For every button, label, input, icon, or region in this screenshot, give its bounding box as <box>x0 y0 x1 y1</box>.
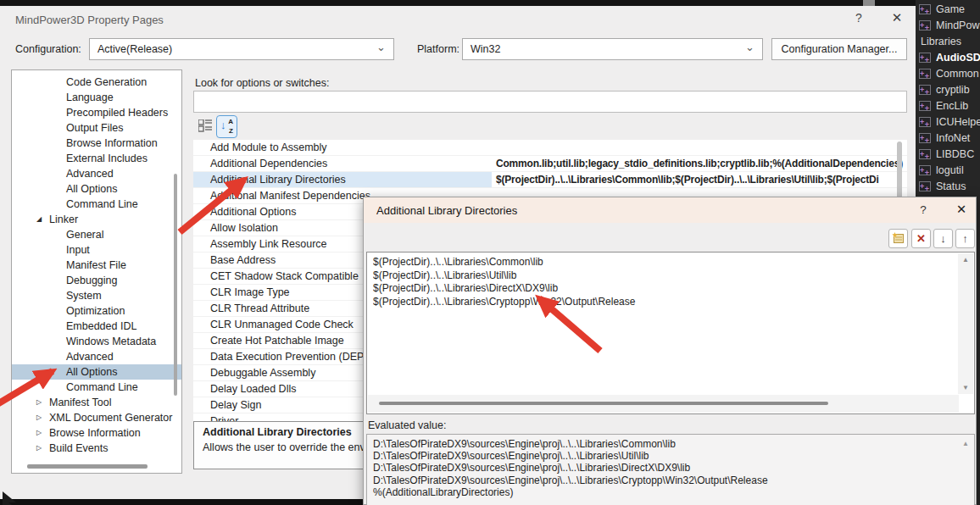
directories-list-box[interactable]: $(ProjectDir)..\..\Libraries\Common\lib … <box>366 252 975 414</box>
tree-item[interactable]: Advanced <box>12 349 181 364</box>
scroll-down-icon[interactable]: ▼ <box>958 384 973 391</box>
tree-item[interactable]: Input <box>12 242 181 258</box>
solution-explorer-item[interactable]: AudioSDL <box>916 50 980 66</box>
delete-icon: ✕ <box>916 232 926 245</box>
tree-item[interactable]: Language <box>12 90 181 105</box>
solution-explorer-item[interactable]: LIBDBC <box>916 147 980 163</box>
background-window-top-edge <box>0 0 916 6</box>
property-value[interactable] <box>492 140 907 155</box>
solution-explorer-item[interactable]: EncLib <box>916 98 980 114</box>
tree-item[interactable]: Debugging <box>12 273 181 288</box>
chevron-down-icon: ⌄ <box>745 37 754 58</box>
options-search-input[interactable] <box>193 91 907 113</box>
tree-item[interactable]: Optimization <box>12 303 181 319</box>
solution-explorer-item[interactable]: Status <box>916 179 980 195</box>
tree-expander-icon[interactable]: ▷ <box>36 425 47 441</box>
tree-expander-icon[interactable]: ◢ <box>36 212 47 227</box>
background-window-fragment <box>863 0 875 6</box>
tree-item[interactable]: General <box>12 227 181 242</box>
solution-explorer-item[interactable]: Common <box>916 66 980 82</box>
project-label: Libraries <box>921 36 961 47</box>
scroll-up-icon[interactable]: ▲ <box>962 440 969 447</box>
new-line-button[interactable] <box>888 229 908 248</box>
tree-item[interactable]: Advanced <box>12 166 181 181</box>
tree-item-label: Precompiled Headers <box>66 107 168 119</box>
move-up-button[interactable]: ↑ <box>955 229 975 248</box>
move-down-button[interactable]: ↓ <box>933 229 953 248</box>
solution-explorer-item[interactable]: Game <box>916 2 980 18</box>
property-row[interactable]: Additional Dependencies Common.lib;util.… <box>193 156 907 172</box>
directory-entry[interactable]: $(ProjectDir)..\..\Libraries\Util\lib <box>373 269 940 283</box>
tree-vertical-scrollbar[interactable] <box>174 174 177 396</box>
tree-item-label: Linker <box>49 214 78 225</box>
tree-item[interactable]: ▷ XML Document Generator <box>12 410 181 425</box>
property-row[interactable]: Add Module to Assembly <box>193 140 907 156</box>
tree-item-label: Build Events <box>49 442 108 454</box>
tree-item[interactable]: Command Line <box>12 380 181 395</box>
platform-select[interactable]: Win32 ⌄ <box>462 38 763 60</box>
tree-item[interactable]: ▷ Browse Information <box>12 425 181 441</box>
property-value[interactable]: $(ProjectDir)..\..\Libraries\Common\lib;… <box>492 172 907 187</box>
tree-horizontal-scrollbar[interactable] <box>27 464 148 469</box>
solution-explorer-item[interactable]: MindPow <box>916 18 980 34</box>
sort-az-icon: ↓ <box>220 119 226 131</box>
property-tree-panel: Code Generation Language Precompiled Hea… <box>11 69 182 474</box>
tree-item[interactable]: Manifest File <box>12 258 181 273</box>
tree-item[interactable]: Code Generation <box>12 75 181 90</box>
tree-item[interactable]: Browse Information <box>12 136 181 151</box>
tree-item[interactable]: Embedded IDL <box>12 319 181 334</box>
tree-expander-icon[interactable]: ▷ <box>36 395 47 410</box>
scrollbar-thumb[interactable] <box>379 402 828 405</box>
directory-entry[interactable]: $(ProjectDir)..\..\Libraries\DirectX\DX9… <box>373 282 940 296</box>
configuration-select[interactable]: Active(Release) ⌄ <box>89 38 394 60</box>
project-label: MindPow <box>936 19 979 31</box>
categorized-view-button[interactable] <box>196 117 214 136</box>
configuration-label: Configuration: <box>15 43 81 55</box>
solution-explorer-item[interactable]: logutil <box>916 163 980 179</box>
solution-explorer-item[interactable]: Libraries <box>916 34 980 50</box>
tree-item[interactable]: All Options <box>12 181 181 197</box>
tree-item[interactable]: ▷ Manifest Tool <box>12 395 181 410</box>
solution-explorer-item[interactable]: InfoNet <box>916 130 980 147</box>
tree-item[interactable]: Output Files <box>12 120 181 136</box>
tree-item[interactable]: Precompiled Headers <box>12 105 181 120</box>
tree-item[interactable]: System <box>12 288 181 303</box>
platform-label: Platform: <box>417 43 459 55</box>
tree-item[interactable]: ▷ Build Events <box>12 441 181 456</box>
scroll-up-icon[interactable]: ▲ <box>958 256 973 264</box>
configuration-manager-button[interactable]: Configuration Manager... <box>771 38 907 60</box>
help-icon[interactable]: ? <box>849 11 868 25</box>
directory-entry[interactable]: $(ProjectDir)..\..\Libraries\Cryptopp\Wi… <box>373 296 940 309</box>
help-icon[interactable]: ? <box>915 203 932 216</box>
project-label: logutil <box>936 164 964 176</box>
close-icon[interactable]: ✕ <box>952 203 971 216</box>
tree-item[interactable]: All Options <box>12 364 181 380</box>
grid-vertical-scrollbar[interactable] <box>897 142 902 199</box>
delete-line-button[interactable]: ✕ <box>911 229 931 248</box>
project-label: ICUHelper <box>936 116 980 128</box>
tree-expander-icon[interactable]: ▷ <box>36 410 47 425</box>
property-value[interactable]: Common.lib;util.lib;legacy_stdio_definit… <box>492 156 907 171</box>
list-horizontal-scrollbar[interactable] <box>368 395 959 413</box>
evaluated-value-label: Evaluated value: <box>368 419 446 431</box>
search-label: Look for options or switches: <box>195 77 329 89</box>
dialog-titlebar[interactable]: Additional Library Directories ? ✕ <box>364 197 976 223</box>
tree-item[interactable]: External Includes <box>12 151 181 166</box>
property-row[interactable]: Additional Library Directories $(Project… <box>193 172 907 188</box>
tree-item-label: Code Generation <box>66 76 147 88</box>
close-icon[interactable]: ✕ <box>887 10 907 25</box>
tree-item[interactable]: Windows Metadata <box>12 334 181 349</box>
tree-item-label: Browse Information <box>66 137 158 149</box>
solution-explorer-item[interactable]: ICUHelper <box>916 114 980 130</box>
sort-az-letter-a: A <box>228 118 233 125</box>
tree-item[interactable]: Command Line <box>12 197 181 212</box>
directory-entry[interactable]: $(ProjectDir)..\..\Libraries\Common\lib <box>373 256 940 269</box>
solution-explorer-item[interactable]: cryptlib <box>916 82 980 98</box>
sort-alphabetical-button[interactable]: ↓ A Z <box>216 115 237 138</box>
tree-item[interactable]: ◢ Linker <box>12 212 181 227</box>
list-vertical-scrollbar[interactable]: ▲ ▼ <box>958 253 973 394</box>
tree-expander-icon[interactable]: ▷ <box>36 441 47 456</box>
property-name: Additional Dependencies <box>193 156 492 171</box>
sort-az-letter-z: Z <box>229 127 233 135</box>
project-label: EncLib <box>936 100 968 112</box>
